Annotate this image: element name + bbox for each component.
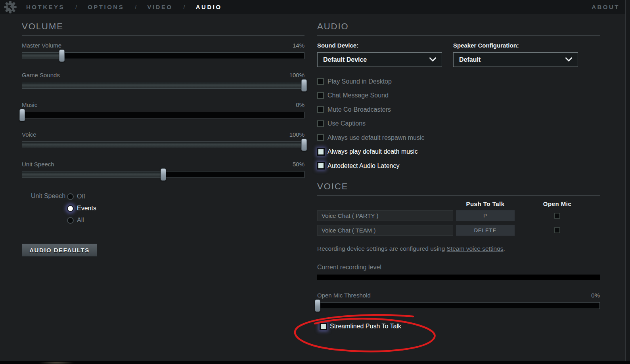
slider-value: 100% <box>289 72 304 78</box>
slider-label: Game Sounds <box>22 72 60 78</box>
checkbox-icon <box>317 134 324 141</box>
checkbox-always-play-default-death-music[interactable]: Always play default death music <box>317 145 600 159</box>
checkbox-icon <box>317 148 325 156</box>
music-slider[interactable] <box>22 112 304 118</box>
slider-handle[interactable] <box>59 50 65 62</box>
checkbox-label: Always use default respawn music <box>327 134 425 141</box>
tab-options[interactable]: OPTIONS <box>88 4 124 10</box>
slider-fill <box>22 172 163 177</box>
audio-defaults-button[interactable]: AUDIO DEFAULTS <box>22 244 97 257</box>
game-sounds-slider[interactable] <box>22 82 304 89</box>
audio-column: AUDIO Sound Device: Default Device Speak… <box>317 14 600 334</box>
voice-slider[interactable] <box>22 141 304 148</box>
slider-value: 100% <box>289 131 304 138</box>
note-text: . <box>504 245 505 252</box>
game-sounds-slider-row: Game Sounds 100% <box>22 72 304 89</box>
dropdown-value: Default Device <box>323 56 429 63</box>
sound-device-field: Sound Device: Default Device <box>317 42 442 67</box>
voice-chat-party-row: Voice Chat ( PARTY ) P <box>317 210 600 221</box>
slider-handle[interactable] <box>301 79 307 91</box>
speaker-config-dropdown[interactable]: Default <box>453 52 578 67</box>
slider-value: 0% <box>591 292 600 299</box>
slider-label: Open Mic Threshold <box>317 292 371 299</box>
settings-content: VOLUME Master Volume 14% Game Sounds <box>0 14 630 364</box>
radio-unit-speech-events[interactable]: Events <box>67 202 96 214</box>
checkbox-label: Mute Co-Broadcasters <box>327 106 391 113</box>
steam-voice-settings-link[interactable]: Steam voice settings <box>447 245 504 252</box>
voice-chat-party-keybind-button[interactable]: P <box>456 210 515 221</box>
tab-video[interactable]: VIDEO <box>147 4 172 10</box>
dropdown-value: Default <box>459 56 565 63</box>
unit-speech-radio-group: Unit Speech Off Events All <box>31 191 304 226</box>
sound-device-dropdown[interactable]: Default Device <box>317 52 442 67</box>
checkbox-mute-co-broadcasters[interactable]: Mute Co-Broadcasters <box>317 103 600 117</box>
voice-chat-team-keybind-button[interactable]: DELETE <box>456 225 515 236</box>
nav-tabs: HOTKEYS / OPTIONS / VIDEO / AUDIO <box>26 4 222 10</box>
voice-slider-row: Voice 100% <box>22 131 304 148</box>
chevron-down-icon <box>429 56 436 63</box>
master-volume-slider[interactable] <box>22 52 304 59</box>
tab-hotkeys[interactable]: HOTKEYS <box>26 4 65 10</box>
radio-label: All <box>77 217 84 224</box>
checkbox-icon <box>317 78 324 85</box>
open-mic-threshold-slider[interactable] <box>317 302 600 309</box>
checkbox-use-captions[interactable]: Use Captions <box>317 117 600 131</box>
voice-chat-team-label: Voice Chat ( TEAM ) <box>317 225 453 236</box>
checkbox-label: Autodetect Audio Latency <box>327 162 399 170</box>
radio-unit-speech-all[interactable]: All <box>67 214 96 226</box>
speaker-config-label: Speaker Configuration: <box>453 42 578 49</box>
open-mic-threshold-block: Open Mic Threshold 0% <box>317 292 600 309</box>
checkbox-icon <box>320 323 327 330</box>
radio-icon <box>67 205 74 212</box>
radio-icon <box>67 193 74 200</box>
master-volume-slider-row: Master Volume 14% <box>22 42 304 59</box>
slider-handle[interactable] <box>315 299 320 312</box>
top-nav-bar: HOTKEYS / OPTIONS / VIDEO / AUDIO ABOUT <box>0 0 630 14</box>
nav-separator: / <box>135 4 136 10</box>
voice-chat-team-row: Voice Chat ( TEAM ) DELETE <box>317 225 600 236</box>
checkbox-play-sound-in-desktop[interactable]: Play Sound in Desktop <box>317 74 600 89</box>
volume-sliders: Master Volume 14% Game Sounds 100% <box>22 42 304 178</box>
background-glow <box>38 362 75 364</box>
checkbox-chat-message-sound[interactable]: Chat Message Sound <box>317 89 600 103</box>
settings-screen: HOTKEYS / OPTIONS / VIDEO / AUDIO ABOUT … <box>0 0 630 364</box>
voice-chat-party-open-mic-checkbox[interactable] <box>554 213 560 219</box>
slider-value: 0% <box>296 101 304 108</box>
chevron-down-icon <box>565 56 572 63</box>
music-slider-row: Music 0% <box>22 101 304 118</box>
checkbox-label: Chat Message Sound <box>327 92 389 99</box>
radio-label: Events <box>77 205 96 212</box>
slider-fill <box>22 142 304 148</box>
unit-speech-slider[interactable] <box>22 171 304 178</box>
slider-value: 50% <box>293 161 304 168</box>
volume-section-title: VOLUME <box>22 21 304 36</box>
slider-handle[interactable] <box>301 139 307 151</box>
voice-binding-table: Push To Talk Open Mic Voice Chat ( PARTY… <box>317 200 600 236</box>
current-recording-level-label: Current recording level <box>317 264 600 271</box>
slider-label: Master Volume <box>22 42 61 49</box>
voice-chat-team-open-mic-checkbox[interactable] <box>554 227 560 233</box>
current-recording-level-meter <box>317 274 600 280</box>
volume-column: VOLUME Master Volume 14% Game Sounds <box>22 14 304 257</box>
tab-audio[interactable]: AUDIO <box>196 4 222 10</box>
unit-speech-radio-group-label: Unit Speech <box>31 191 67 226</box>
slider-fill <box>22 82 304 88</box>
about-link[interactable]: ABOUT <box>592 4 620 10</box>
checkbox-icon <box>317 92 324 99</box>
checkbox-label: Use Captions <box>327 120 366 127</box>
panel-right-edge <box>625 0 630 364</box>
checkbox-streamlined-push-to-talk[interactable]: Streamlined Push To Talk <box>320 320 600 334</box>
checkbox-icon <box>317 162 325 170</box>
slider-handle[interactable] <box>19 109 25 121</box>
checkbox-always-use-default-respawn-music[interactable]: Always use default respawn music <box>317 131 600 145</box>
slider-handle[interactable] <box>161 168 166 181</box>
voice-section-title: VOICE <box>317 181 600 196</box>
settings-gear-icon[interactable] <box>0 0 21 14</box>
radio-unit-speech-off[interactable]: Off <box>67 191 96 202</box>
radio-icon <box>67 217 74 224</box>
checkbox-autodetect-audio-latency[interactable]: Autodetect Audio Latency <box>317 159 600 173</box>
audio-section-title: AUDIO <box>317 21 600 36</box>
open-mic-column-header: Open Mic <box>515 200 600 207</box>
slider-label: Unit Speech <box>22 161 54 168</box>
voice-chat-party-label: Voice Chat ( PARTY ) <box>317 210 453 221</box>
